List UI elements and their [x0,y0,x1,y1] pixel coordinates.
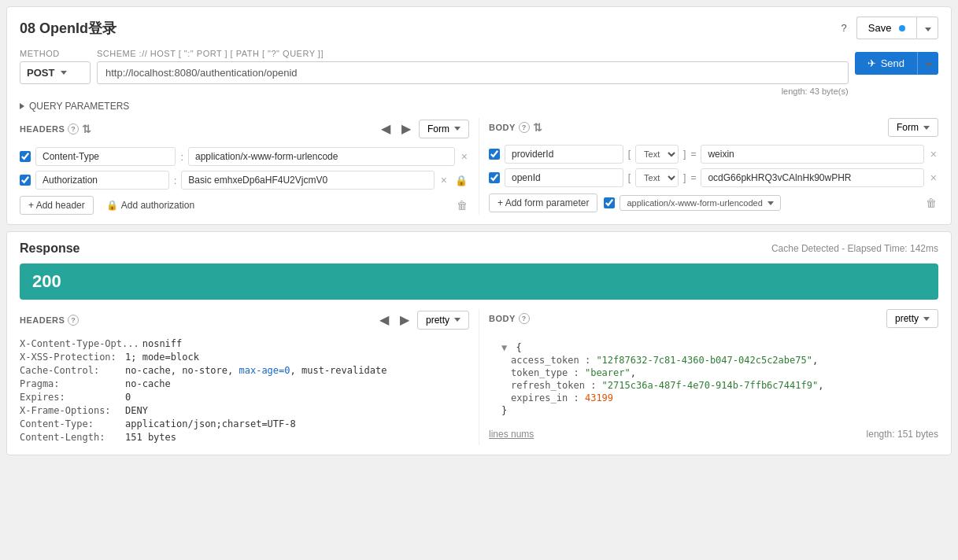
resp-header-row-3: Cache-Control: no-cache, no-store, max-a… [20,365,469,376]
header-2-lock-icon[interactable]: 🔒 [453,173,469,188]
url-input[interactable] [97,61,849,84]
header-1-checkbox[interactable] [20,151,31,162]
encode-badge[interactable]: application/x-www-form-urlencoded [620,195,780,211]
add-param-label: + Add form parameter [497,197,589,208]
resp-headers-chevron-icon [454,318,461,322]
headers-form-button[interactable]: Form [419,120,469,138]
headers-bottom-row: + Add header 🔒 Add authorization 🗑 [20,196,469,215]
body-2-open-bracket: [ [628,172,631,183]
header-1-delete-icon[interactable]: × [460,149,469,164]
resp-headers-collapse-right-button[interactable]: ▶ [397,309,412,330]
lines-nums-button[interactable]: lines nums [489,429,534,440]
body-2-key[interactable] [505,168,623,187]
body-2-delete-icon[interactable]: × [929,170,938,186]
edit-icon[interactable]: ? [838,19,850,37]
header-row-2: : × 🔒 [20,171,469,190]
query-params-chevron-icon [20,103,24,109]
url-length: length: 43 byte(s) [97,87,849,96]
resp-header-row-7: Content-Type: application/json;charset=U… [20,418,469,429]
add-form-param-button[interactable]: + Add form parameter [489,193,597,212]
url-wrapper: SCHEME :// HOST [ ":" PORT ] [ PATH [ "?… [97,49,849,96]
add-header-button[interactable]: + Add header [20,196,94,215]
response-footer: lines nums length: 151 bytes [489,429,938,440]
response-body-label: BODY ? [489,313,530,324]
panel-header: 08 OpenId登录 ? Save [20,17,938,39]
headers-collapse-left-button[interactable]: ◀ [378,118,394,139]
body-2-checkbox[interactable] [489,172,500,183]
header-2-checkbox[interactable] [20,175,31,186]
body-left-actions: + Add form parameter application/x-www-f… [489,193,781,212]
headers-form-label: Form [427,123,449,134]
response-body-panel: BODY ? pretty ▼ { access_token : "12f876… [479,309,938,445]
response-panel-header: Response Cache Detected - Elapsed Time: … [20,241,938,256]
header-actions: ? Save [838,17,939,39]
send-dropdown-button[interactable] [917,52,938,75]
save-dropdown-button[interactable] [916,17,938,39]
body-2-value[interactable] [701,168,923,187]
header-1-value[interactable] [188,147,455,166]
json-expires-in-row: expires_in : 43199 [495,392,932,403]
body-trash-icon[interactable]: 🗑 [924,195,938,211]
headers-trash-icon[interactable]: 🗑 [455,197,469,213]
resp-header-8-val: 151 bytes [125,432,176,443]
response-body-row: HEADERS ? ◀ ▶ pretty X-Content-Type-Opt.… [20,309,938,445]
body-1-value[interactable] [701,145,923,164]
save-btn-group: Save [856,17,938,39]
body-2-type-select[interactable]: Text [635,168,679,187]
send-button[interactable]: ✈ Send [855,52,917,75]
page-title: 08 OpenId登录 [20,19,117,38]
resp-header-6-key: X-Frame-Options: [20,405,122,416]
add-header-label: + Add header [28,200,85,211]
resp-body-pretty-label: pretty [895,313,919,324]
encode-checkbox[interactable] [604,197,615,208]
lines-nums-label: lines nums [489,429,534,440]
response-body-nav: BODY ? pretty [489,309,938,328]
body-label: BODY ? ⇅ [489,121,542,134]
resp-header-row-6: X-Frame-Options: DENY [20,405,469,416]
resp-header-row-1: X-Content-Type-Opt... nosniff [20,338,469,349]
top-panel: 08 OpenId登录 ? Save METHOD POST SCH [6,6,952,225]
body-sort-icon: ⇅ [533,121,543,134]
body-1-checkbox[interactable] [489,149,500,160]
json-refresh-token-row: refresh_token : "2715c36a-487f-4e70-914b… [495,380,932,391]
response-headers-panel: HEADERS ? ◀ ▶ pretty X-Content-Type-Opt.… [20,309,479,445]
header-2-key[interactable] [35,171,169,190]
resp-headers-collapse-left-button[interactable]: ◀ [376,309,392,330]
response-title: Response [20,241,80,256]
json-collapse-icon[interactable]: ▼ [501,342,507,353]
method-value: POST [27,67,54,79]
json-token-type-row: token_type : "bearer", [495,367,932,378]
header-2-delete-icon[interactable]: × [439,172,449,188]
header-2-value[interactable] [181,171,434,190]
resp-headers-pretty-label: pretty [426,315,449,326]
add-authorization-button[interactable]: 🔒 Add authorization [100,197,201,214]
method-select[interactable]: POST [20,61,91,84]
body-1-type-select[interactable]: Text [635,145,679,164]
method-url-row: METHOD POST SCHEME :// HOST [ ":" PORT ]… [20,49,938,96]
add-auth-label: Add authorization [121,200,194,211]
response-headers-table: X-Content-Type-Opt... nosniff X-XSS-Prot… [20,338,469,443]
resp-header-5-key: Expires: [20,392,122,403]
header-1-key[interactable] [35,147,176,166]
encode-chevron-icon [768,201,774,205]
save-button[interactable]: Save [856,17,916,39]
body-1-key[interactable] [505,145,623,164]
headers-form-chevron-icon [454,127,461,131]
query-params-row: QUERY PARAMETERS [20,101,938,112]
resp-headers-pretty-button[interactable]: pretty [417,311,469,330]
resp-body-pretty-button[interactable]: pretty [886,309,938,328]
headers-collapse-right-button[interactable]: ▶ [398,118,414,139]
query-params-toggle[interactable]: QUERY PARAMETERS [20,101,938,112]
response-headers-label: HEADERS ? [20,315,79,326]
body-form-button[interactable]: Form [888,118,938,137]
lock-icon-small: 🔒 [106,200,118,211]
send-icon: ✈ [867,57,876,69]
response-headers-nav: HEADERS ? ◀ ▶ pretty [20,309,469,330]
header-row-1: : × [20,147,469,166]
resp-header-1-val: nosniff [142,338,183,349]
resp-header-2-key: X-XSS-Protection: [20,352,122,363]
cache-info: Cache Detected - Elapsed Time: 142ms [771,243,938,254]
header-2-colon: : [174,175,177,186]
body-1-delete-icon[interactable]: × [929,146,938,162]
body-panel-nav: BODY ? ⇅ Form [489,118,938,137]
